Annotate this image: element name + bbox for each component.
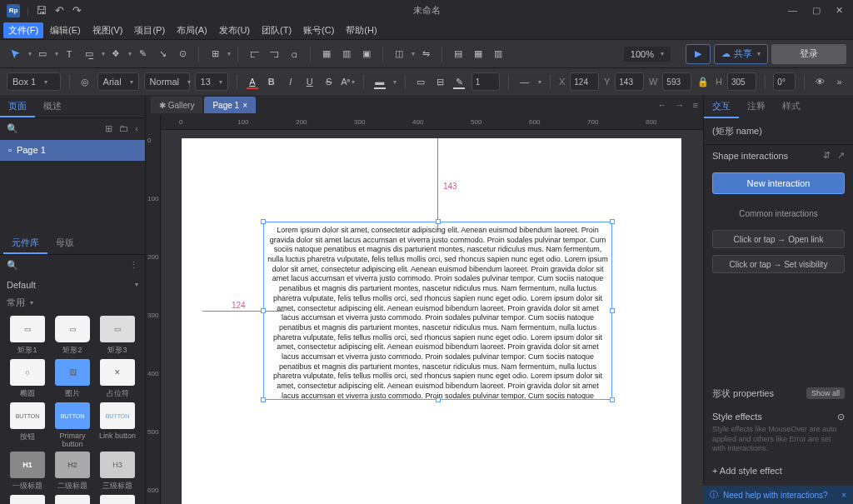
lib-primary-button[interactable]: BUTTONPrimary button xyxy=(52,402,93,448)
text-tool[interactable]: T xyxy=(60,45,78,63)
menu-layout[interactable]: 布局(A) xyxy=(172,22,212,38)
handle-tl[interactable] xyxy=(261,219,266,224)
align-left-tool[interactable]: ⫍ xyxy=(245,45,263,63)
more-text-button[interactable]: Aᵃ▾ xyxy=(341,72,355,91)
point-tool[interactable]: ⊙ xyxy=(173,45,192,63)
menu-project[interactable]: 项目(P) xyxy=(129,22,170,38)
menu-view[interactable]: 视图(V) xyxy=(87,22,128,38)
menu-team[interactable]: 团队(T) xyxy=(257,22,297,38)
border-button[interactable]: ▭ xyxy=(414,72,428,91)
group-tool[interactable]: ▣ xyxy=(357,45,376,63)
h-input[interactable]: 305 xyxy=(727,72,756,91)
canvas-tab-page1[interactable]: Page 1× xyxy=(204,97,256,113)
canvas-viewport[interactable]: 143 124 Lorem ipsum dolor sit amet, cons… xyxy=(161,130,703,504)
handle-ml[interactable] xyxy=(261,308,266,313)
sort-icon[interactable]: ⇵ xyxy=(823,150,831,161)
pen-tool[interactable]: ✎ xyxy=(133,45,152,63)
order-tool[interactable]: ◫ xyxy=(390,45,408,63)
show-all-button[interactable]: Show all xyxy=(806,387,845,399)
lib-h2[interactable]: H2二级标题 xyxy=(52,452,93,492)
rect-tool[interactable]: ▭ xyxy=(33,45,52,63)
guides-tool[interactable]: ▥ xyxy=(489,45,507,63)
handle-br[interactable] xyxy=(610,397,615,402)
minimize-icon[interactable]: — xyxy=(788,5,797,16)
menu-account[interactable]: 账号(C) xyxy=(298,22,339,38)
redo-icon[interactable]: ↷ xyxy=(72,4,82,17)
lib-label[interactable]: A̲Label xyxy=(7,495,48,504)
flip-tool[interactable]: ⇋ xyxy=(417,45,435,63)
fill-color[interactable]: ▬ xyxy=(372,72,387,91)
tab-interactions[interactable]: 交互 xyxy=(704,95,739,118)
handle-tm[interactable] xyxy=(436,219,441,224)
lib-extra[interactable]: ≡ xyxy=(97,495,138,504)
add-folder-icon[interactable]: 🗀 xyxy=(119,123,128,134)
lib-ellipse[interactable]: ○椭圆 xyxy=(7,359,48,399)
search-icon[interactable]: 🔍 xyxy=(7,123,18,134)
collapse-icon[interactable]: ‹ xyxy=(135,123,138,134)
add-page-icon[interactable]: ⊞ xyxy=(105,123,112,134)
lib-options-icon[interactable]: ⋮ xyxy=(129,260,138,271)
common-setvisibility-button[interactable]: Click or tap → Set visibility xyxy=(712,255,845,273)
handle-mr[interactable] xyxy=(610,308,615,313)
tab-style[interactable]: 样式 xyxy=(774,95,809,118)
page-item[interactable]: ▫ Page 1 xyxy=(0,140,145,161)
login-button[interactable]: 登录 xyxy=(771,44,846,64)
lib-link-button[interactable]: BUTTONLink button xyxy=(97,402,138,448)
distrib-h-tool[interactable]: ▦ xyxy=(317,45,336,63)
size-selector[interactable]: 13▾ xyxy=(195,72,228,91)
text-color[interactable]: A xyxy=(245,72,259,91)
strike-button[interactable]: S xyxy=(322,72,336,91)
lib-rect2[interactable]: ▭矩形2 xyxy=(52,316,93,356)
lib-image[interactable]: 🖼图片 xyxy=(52,359,93,399)
line-style[interactable]: — xyxy=(517,72,531,91)
grid-tool[interactable]: ▦ xyxy=(469,45,487,63)
nav-back-icon[interactable]: ← xyxy=(658,100,667,110)
x-input[interactable]: 124 xyxy=(570,72,599,91)
lib-rect3[interactable]: ▭矩形3 xyxy=(97,316,138,356)
border-color[interactable]: ✎ xyxy=(452,72,466,91)
undo-icon[interactable]: ↶ xyxy=(55,4,64,17)
select-tool[interactable] xyxy=(7,45,25,63)
add-style-effect-button[interactable]: + Add style effect xyxy=(704,459,853,482)
menu-file[interactable]: 文件(F) xyxy=(3,22,43,38)
save-icon[interactable]: 🖫 xyxy=(36,4,47,17)
w-input[interactable]: 593 xyxy=(662,72,691,91)
more-icon[interactable]: » xyxy=(832,72,846,91)
underline-button[interactable]: U xyxy=(302,72,317,91)
weight-selector[interactable]: Normal▾ xyxy=(144,72,190,91)
rotation-input[interactable]: 0° xyxy=(773,72,796,91)
handle-bm[interactable] xyxy=(436,397,441,402)
stroke-width[interactable]: 1 xyxy=(471,72,501,91)
stack-tool[interactable]: ❖ xyxy=(107,45,125,63)
lock-icon[interactable]: 🔒 xyxy=(696,72,711,91)
nav-menu-icon[interactable]: ≡ xyxy=(693,100,698,110)
close-icon[interactable]: ✕ xyxy=(836,5,843,16)
menu-edit[interactable]: 编辑(E) xyxy=(45,22,86,38)
border-style[interactable]: ⊟ xyxy=(433,72,447,91)
lib-button[interactable]: BUTTON按钮 xyxy=(7,402,48,448)
popout-icon[interactable]: ↗ xyxy=(837,150,845,161)
library-selector[interactable]: Default▾ xyxy=(0,277,145,293)
menu-help[interactable]: 帮助(H) xyxy=(341,22,382,38)
tab-pages[interactable]: 页面 xyxy=(0,95,35,117)
selected-box[interactable]: Lorem ipsum dolor sit amet, consectetur … xyxy=(263,222,612,400)
preview-button[interactable]: ▶ xyxy=(686,44,711,64)
new-interaction-button[interactable]: New interaction xyxy=(712,172,845,194)
help-close-icon[interactable]: × xyxy=(841,491,846,500)
selection-name[interactable]: (矩形 name) xyxy=(704,118,853,144)
zoom-selector[interactable]: 100%▾ xyxy=(624,47,671,62)
tab-outline[interactable]: 概述 xyxy=(35,95,70,117)
lib-rect1[interactable]: ▭矩形1 xyxy=(7,316,48,356)
lib-paragraph[interactable]: P xyxy=(52,495,93,504)
element-selector[interactable]: Box 1▾ xyxy=(7,72,61,91)
help-bar[interactable]: ⓘ Need help with interactions? × xyxy=(703,486,853,504)
visibility-icon[interactable]: 👁 xyxy=(813,72,827,91)
lib-h1[interactable]: H1一级标题 xyxy=(7,452,48,492)
menu-publish[interactable]: 发布(U) xyxy=(214,22,255,38)
italic-button[interactable]: I xyxy=(283,72,297,91)
lib-section-common[interactable]: 常用▾ xyxy=(0,293,145,312)
lib-placeholder[interactable]: ✕占位符 xyxy=(97,359,138,399)
lib-h3[interactable]: H3三级标题 xyxy=(97,452,138,492)
lib-search-icon[interactable]: 🔍 xyxy=(7,260,18,271)
chevron-down-icon[interactable]: ▾ xyxy=(28,50,32,57)
